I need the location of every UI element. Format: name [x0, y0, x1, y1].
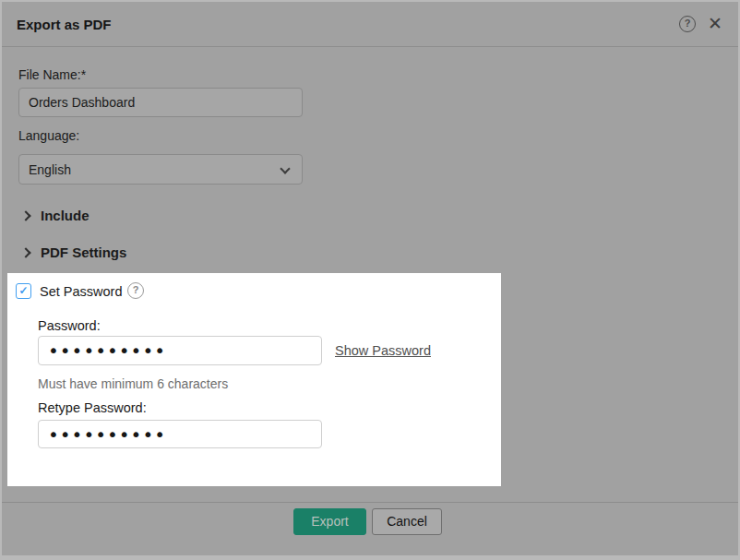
set-password-spotlight: ✓ Set Password ? Password: Show Password…	[7, 273, 501, 486]
language-label: Language:	[18, 128, 79, 143]
password-label: Password:	[38, 318, 101, 333]
set-password-help-icon[interactable]: ?	[127, 282, 144, 299]
dialog-title: Export as PDF	[17, 2, 112, 47]
show-password-link[interactable]: Show Password	[335, 343, 431, 358]
retype-password-label: Retype Password:	[38, 400, 147, 415]
close-icon[interactable]: ✕	[708, 12, 722, 36]
set-password-checkbox[interactable]: ✓	[16, 283, 31, 299]
include-section-label: Include	[41, 208, 90, 223]
chevron-down-icon	[280, 163, 290, 173]
set-password-label: Set Password	[40, 284, 122, 299]
chevron-right-icon	[20, 210, 30, 220]
retype-password-input[interactable]	[38, 420, 322, 448]
footer-divider	[2, 502, 738, 503]
help-icon[interactable]: ?	[679, 16, 696, 32]
chevron-right-icon	[20, 247, 30, 257]
dialog-header: Export as PDF ? ✕	[2, 2, 738, 47]
language-selected-value: English	[29, 162, 71, 177]
export-as-pdf-dialog: Export as PDF ? ✕ File Name:* Language: …	[2, 2, 738, 555]
file-name-input[interactable]	[18, 88, 303, 117]
file-name-label: File Name:*	[18, 67, 86, 82]
section-include[interactable]: Include	[22, 208, 90, 223]
password-input[interactable]	[38, 336, 322, 365]
language-select[interactable]: English	[18, 154, 303, 185]
pdf-settings-section-label: PDF Settings	[41, 244, 126, 260]
export-button[interactable]: Export	[293, 508, 366, 535]
section-pdf-settings[interactable]: PDF Settings	[22, 244, 126, 260]
cancel-button[interactable]: Cancel	[372, 508, 442, 535]
password-hint: Must have minimum 6 characters	[38, 376, 228, 391]
